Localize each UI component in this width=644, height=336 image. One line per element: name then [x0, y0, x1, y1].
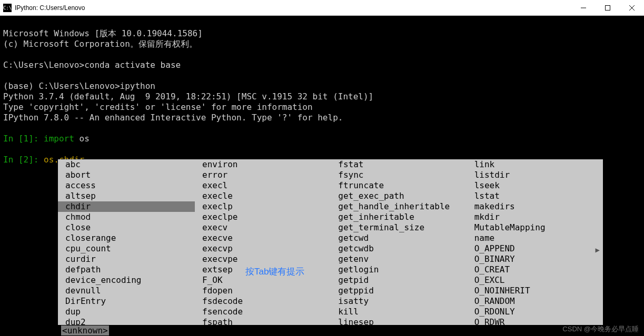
terminal-line: IPython 7.8.0 -- An enhanced Interactive…: [3, 113, 343, 123]
completion-item[interactable]: execl: [202, 180, 331, 191]
completion-item[interactable]: defpath: [65, 264, 195, 275]
completion-item[interactable]: getcwd: [338, 233, 467, 243]
completion-item[interactable]: O_RANDOM: [474, 296, 603, 307]
completion-item[interactable]: error: [202, 170, 331, 180]
completion-column: fstatfsyncftruncateget_exec_pathget_hand…: [331, 159, 467, 317]
status-bar: <unknown>: [0, 325, 109, 336]
completion-item[interactable]: access: [65, 180, 195, 191]
terminal-line: Microsoft Windows [版本 10.0.19044.1586]: [3, 28, 203, 38]
completion-item[interactable]: fsdecode: [202, 296, 331, 307]
completion-item[interactable]: fsencode: [202, 307, 331, 317]
completion-item[interactable]: closerange: [65, 233, 195, 243]
completion-item[interactable]: isatty: [338, 296, 467, 307]
completion-item[interactable]: getppid: [338, 286, 467, 296]
completion-item[interactable]: device_encoding: [65, 275, 195, 286]
completion-item[interactable]: getenv: [338, 254, 467, 264]
terminal-line: (c) Microsoft Corporation。保留所有权利。: [3, 39, 197, 49]
completion-item[interactable]: makedirs: [474, 201, 603, 212]
completion-item[interactable]: listdir: [474, 170, 603, 180]
completion-item[interactable]: linesep: [338, 317, 467, 328]
svg-rect-1: [606, 5, 610, 10]
completion-item[interactable]: chmod: [65, 212, 195, 222]
watermark: CSDN @今晚务必早点睡: [562, 324, 639, 334]
completion-item[interactable]: O_APPEND: [474, 243, 603, 254]
completion-item[interactable]: get_exec_path: [338, 191, 467, 201]
ipython-prompt: In [1]: import os: [3, 134, 90, 144]
minimize-button[interactable]: [571, 0, 596, 16]
completion-item[interactable]: altsep: [65, 191, 195, 201]
completion-item[interactable]: get_inheritable: [338, 212, 467, 222]
terminal-line: Type 'copyright', 'credits' or 'license'…: [3, 102, 313, 112]
completion-item[interactable]: fspath: [202, 317, 331, 328]
terminal-line: Python 3.7.4 (default, Aug 9 2019, 18:22…: [3, 91, 373, 101]
completion-item[interactable]: environ: [202, 159, 331, 170]
terminal-output[interactable]: Microsoft Windows [版本 10.0.19044.1586] (…: [0, 16, 644, 167]
terminal-line: C:\Users\Lenovo>conda activate base: [3, 60, 181, 70]
completion-item[interactable]: MutableMapping: [474, 222, 603, 233]
completion-item[interactable]: kill: [338, 307, 467, 317]
completion-column: linklistdirlseeklstatmakedirsmkdirMutabl…: [467, 159, 603, 317]
completion-item[interactable]: ftruncate: [338, 180, 467, 191]
completion-item[interactable]: lstat: [474, 191, 603, 201]
completion-column: abcabortaccessaltsepchdirchmodcloseclose…: [58, 159, 195, 317]
completion-item[interactable]: fstat: [338, 159, 467, 170]
status-text: <unknown>: [61, 325, 109, 335]
completion-item[interactable]: execvpe: [202, 254, 331, 264]
completion-item[interactable]: get_handle_inheritable: [338, 201, 467, 212]
completion-column: environerrorexeclexecleexeclpexeclpeexec…: [195, 159, 331, 317]
completion-item[interactable]: abc: [65, 159, 195, 170]
completion-item[interactable]: chdir: [58, 201, 195, 212]
completion-item[interactable]: O_NOINHERIT: [474, 286, 603, 296]
completion-item[interactable]: execle: [202, 191, 331, 201]
window-titlebar: C:\ IPython: C:Users/Lenovo: [0, 0, 644, 16]
completion-item[interactable]: name: [474, 233, 603, 243]
completion-item[interactable]: execve: [202, 233, 331, 243]
completion-item[interactable]: abort: [65, 170, 195, 180]
completion-popup[interactable]: abcabortaccessaltsepchdirchmodcloseclose…: [58, 159, 603, 325]
close-button[interactable]: [620, 0, 644, 16]
completion-item[interactable]: O_EXCL: [474, 275, 603, 286]
completion-item[interactable]: devnull: [65, 286, 195, 296]
completion-item[interactable]: getcwdb: [338, 243, 467, 254]
completion-item[interactable]: execv: [202, 222, 331, 233]
completion-item[interactable]: execlpe: [202, 212, 331, 222]
window-title: IPython: C:Users/Lenovo: [15, 4, 571, 12]
completion-item[interactable]: link: [474, 159, 603, 170]
completion-item[interactable]: mkdir: [474, 212, 603, 222]
completion-item[interactable]: fdopen: [202, 286, 331, 296]
completion-item[interactable]: lseek: [474, 180, 603, 191]
completion-item[interactable]: cpu_count: [65, 243, 195, 254]
completion-item[interactable]: O_RDONLY: [474, 307, 603, 317]
completion-item[interactable]: DirEntry: [65, 296, 195, 307]
annotation-label: 按Tab键有提示: [245, 266, 304, 278]
completion-item[interactable]: get_terminal_size: [338, 222, 467, 233]
completion-item[interactable]: getpid: [338, 275, 467, 286]
completion-item[interactable]: execlp: [202, 201, 331, 212]
maximize-button[interactable]: [596, 0, 620, 16]
completion-item[interactable]: getlogin: [338, 264, 467, 275]
completion-item[interactable]: execvp: [202, 243, 331, 254]
scroll-right-icon[interactable]: ▶: [596, 245, 600, 255]
completion-item[interactable]: curdir: [65, 254, 195, 264]
completion-item[interactable]: close: [65, 222, 195, 233]
completion-item[interactable]: O_CREAT: [474, 264, 603, 275]
terminal-line: (base) C:\Users\Lenovo>ipython: [3, 81, 155, 91]
completion-item[interactable]: fsync: [338, 170, 467, 180]
completion-item[interactable]: O_BINARY: [474, 254, 603, 264]
app-icon: C:\: [3, 4, 12, 12]
completion-item[interactable]: dup: [65, 307, 195, 317]
